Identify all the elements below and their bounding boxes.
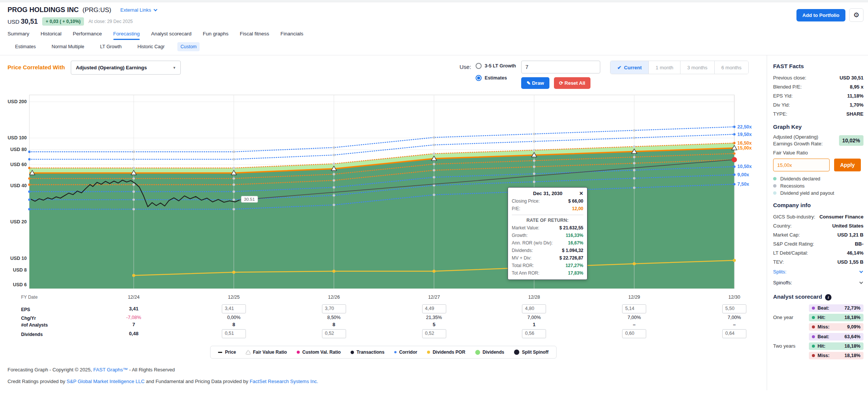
footer-text: - All Rights Reserved [128, 367, 175, 373]
fair-value-input[interactable] [773, 159, 830, 171]
eps-input[interactable]: 4,49 [422, 304, 446, 313]
corridor-marker [333, 147, 335, 149]
badge-value: 72,73% [845, 305, 860, 311]
price-end-label: 30.51 [241, 196, 258, 203]
footer-link[interactable]: FactSet Research Systems Inc. [250, 379, 318, 384]
fy-row-label: #of Analysts [21, 322, 48, 328]
fy-dividends[interactable]: 0,64 [717, 329, 751, 340]
period-current[interactable]: ✔Current [610, 61, 648, 74]
fy-eps[interactable]: 5,14 [617, 304, 651, 315]
chart-legend: PriceFair Value RatioCustom Val. RatioTr… [210, 346, 556, 359]
tooltip-row-label: Growth: [512, 233, 528, 238]
multiple-label: 10,50x [737, 164, 752, 169]
tab-forecasting[interactable]: Forecasting [113, 31, 140, 40]
reset-all-button[interactable]: ⟳ Reset All [554, 77, 591, 89]
check-icon: ✔ [617, 65, 621, 70]
subtab-lt-growth[interactable]: LT Growth [97, 42, 125, 51]
scorecard-period-label: Two years [773, 343, 809, 349]
period-6-months[interactable]: 6 months [714, 61, 748, 74]
growth-input[interactable] [521, 61, 600, 73]
fy-row-label: Chg/Yr [21, 316, 36, 321]
tab-performance[interactable]: Performance [73, 31, 102, 40]
add-to-portfolio-button[interactable]: Add to Portfolio [796, 9, 845, 21]
dot-icon [297, 351, 300, 354]
subtab-custom[interactable]: Custom [177, 42, 200, 51]
fy-eps[interactable]: 4,80 [517, 304, 551, 315]
fy-column: 12/243,41-7,08%70,48 [117, 294, 151, 340]
tooltip-row-value: $ 1.094,32 [562, 248, 583, 253]
dividend-input[interactable]: 0,64 [722, 329, 746, 338]
gear-icon[interactable]: ⚙ [849, 8, 863, 22]
subtab-historic-cagr[interactable]: Historic Cagr [134, 42, 168, 51]
footer-link[interactable]: S&P Global Market Intelligence LLC [67, 379, 145, 384]
tab-analyst-scorecard[interactable]: Analyst scorecard [151, 31, 191, 40]
period-3-months[interactable]: 3 months [680, 61, 714, 74]
period-1-month[interactable]: 1 month [648, 61, 680, 74]
tab-fiscal-fitness[interactable]: Fiscal fitness [240, 31, 269, 40]
dividend-input[interactable]: 0,52 [422, 329, 446, 338]
row-label: EPS Yld: [773, 93, 793, 99]
tooltip-row-value: 127,27% [566, 263, 583, 268]
fy-eps[interactable]: 3,70 [317, 304, 351, 315]
dividend-input[interactable]: 0,56 [522, 329, 546, 338]
corridor-marker [733, 133, 735, 135]
dot-icon [394, 351, 397, 353]
corridor-marker [633, 145, 635, 148]
y-tick-label: USD 100 [8, 135, 27, 140]
analyst-scorecard-title: Analyst scorecardi [773, 293, 863, 301]
footer-link[interactable]: FAST Graphs™ [93, 367, 128, 373]
row-value: United States [832, 223, 863, 229]
fy-eps[interactable]: 5,50 [717, 304, 751, 315]
dividend-input[interactable]: 0,51 [222, 329, 246, 338]
fy-dividends[interactable]: 0,51 [217, 329, 251, 340]
tab-historical[interactable]: Historical [41, 31, 62, 40]
tab-summary[interactable]: Summary [8, 31, 29, 40]
eps-input[interactable]: 3,41 [222, 304, 246, 313]
apply-button[interactable]: Apply [834, 159, 861, 171]
status-dot-icon [812, 345, 815, 348]
fy-chg: 0,00% [217, 315, 251, 322]
tooltip-row: P/E:12,00 [512, 206, 583, 211]
radio-3-5-lt-growth[interactable]: 3-5 LT Growth [476, 63, 516, 69]
fy-eps[interactable]: 4,49 [417, 304, 451, 315]
corridor-marker [433, 144, 435, 146]
close-icon[interactable]: ✕ [579, 191, 583, 196]
external-links[interactable]: External Links [121, 7, 157, 13]
spinoffs-row[interactable]: Spinoffs: [773, 277, 863, 288]
fy-dividends[interactable]: 0,56 [517, 329, 551, 340]
metric-dropdown[interactable]: Adjusted (Operating) Earnings ▼ [71, 61, 181, 75]
corridor-marker [233, 183, 235, 186]
corridor-marker [133, 158, 135, 160]
corridor-marker [433, 169, 435, 171]
info-icon[interactable]: i [825, 294, 831, 301]
dividend-input[interactable]: 0,52 [322, 329, 346, 338]
corridor-marker [733, 183, 735, 185]
subtab-normal-multiple[interactable]: Normal Multiple [49, 42, 87, 51]
eps-input[interactable]: 5,50 [722, 304, 746, 313]
fy-dividends[interactable]: 0,52 [417, 329, 451, 340]
tooltip-row-value: 116,33% [566, 233, 583, 238]
dividend-input[interactable]: 0,60 [622, 329, 646, 338]
subtab-estimates[interactable]: Estimates [12, 42, 39, 51]
tab-fun-graphs[interactable]: Fun graphs [203, 31, 228, 40]
fy-date: 12/29 [617, 294, 651, 304]
row-value: BB- [855, 241, 863, 247]
draw-button[interactable]: ✎ Draw [521, 77, 549, 89]
tooltip-row: Closing Price:$ 66,00 [512, 198, 583, 204]
company-info-section: Company info GICS Sub-industry:Consumer … [773, 202, 863, 288]
fy-dividends[interactable]: 0,52 [317, 329, 351, 340]
close-note: At close: 29 Dec 2025 [88, 19, 133, 24]
radio-estimates[interactable]: Estimates [476, 75, 516, 81]
fy-dividends[interactable]: 0,60 [617, 329, 651, 340]
splits-row[interactable]: Splits: [773, 266, 863, 277]
tab-financials[interactable]: Financials [281, 31, 304, 40]
corridor-marker [28, 191, 31, 193]
fy-eps[interactable]: 3,41 [217, 304, 251, 315]
eps-input[interactable]: 5,14 [622, 304, 646, 313]
dot-icon [427, 351, 430, 354]
corridor-marker [533, 140, 535, 142]
eps-input[interactable]: 3,70 [322, 304, 346, 313]
forecasting-chart[interactable]: USD 200USD 100USD 80USD 60USD 40USD 20US… [8, 92, 757, 292]
corridor-marker [333, 186, 335, 188]
eps-input[interactable]: 4,80 [522, 304, 546, 313]
